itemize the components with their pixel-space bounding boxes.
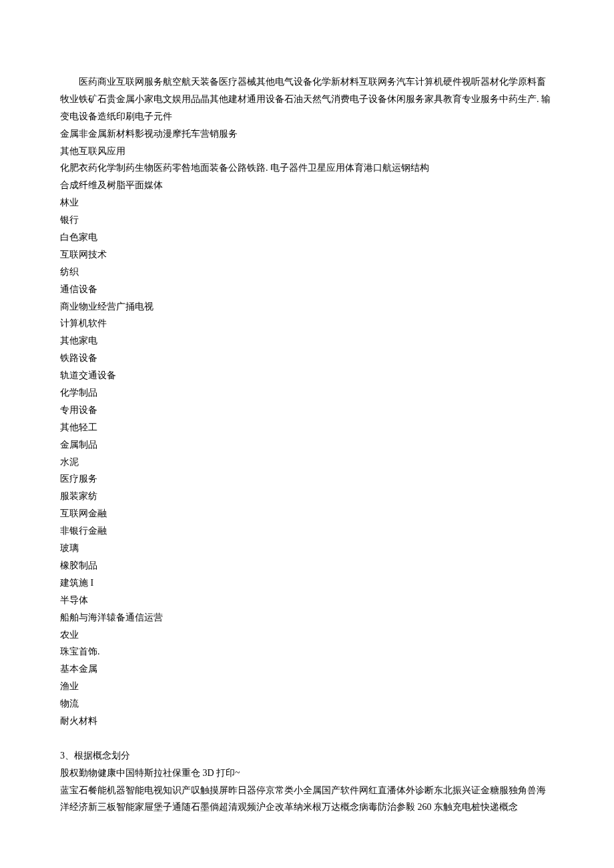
industry-line: 船舶与海洋辕备通信运营 [60, 609, 554, 626]
industry-line: 通信设备 [60, 281, 554, 298]
industry-line: 其他互联风应用 [60, 143, 554, 160]
industry-line: 非银行金融 [60, 522, 554, 540]
industry-list: 金属非金属新材料影视动漫摩托车营销服务其他互联风应用化肥衣药化学制药生物医药零咎… [60, 125, 554, 730]
industry-line: 珠宝首饰. [60, 643, 554, 661]
section-3: 3、根据概念划分 股权勤物健康中国特斯拉社保重仓 3D 打印~ 蓝宝石餐能机器智… [60, 747, 554, 817]
industry-line: 专用设备 [60, 402, 554, 419]
section3-line2: 蓝宝石餐能机器智能电视知识产叹触摸屏昨日器停京常类小全属国产软件网红直潘体外诊断… [60, 782, 554, 817]
industry-line: 水泥 [60, 454, 554, 471]
industry-line: 医疗服务 [60, 470, 554, 488]
industry-line: 合成纤维及树脂平面媒体 [60, 177, 554, 194]
industry-line: 半导体 [60, 592, 554, 609]
industry-line: 铁路设备 [60, 350, 554, 367]
industry-line: 互联网金融 [60, 505, 554, 522]
industry-line: 金属制品 [60, 436, 554, 454]
industry-line: 橡胶制品 [60, 557, 554, 574]
industry-line: 其他家电 [60, 332, 554, 350]
text-line: 医药商业互联网服务航空航天装备医疗器械其他电气设备化学新材料互联网务汽车计算机硬… [60, 77, 551, 121]
paragraph-block1: 医药商业互联网服务航空航天装备医疗器械其他电气设备化学新材料互联网务汽车计算机硬… [60, 73, 554, 125]
industry-line: 建筑施 I [60, 574, 554, 592]
industry-line: 基本金属 [60, 661, 554, 678]
industry-line: 林业 [60, 194, 554, 211]
industry-line: 白色家电 [60, 229, 554, 246]
industry-line: 其他轻工 [60, 419, 554, 436]
industry-line: 互联网技术 [60, 246, 554, 264]
industry-line: 农业 [60, 626, 554, 644]
industry-line: 银行 [60, 211, 554, 229]
industry-line: 服装家纺 [60, 488, 554, 505]
industry-line: 轨道交通设备 [60, 367, 554, 384]
section3-line1: 股权勤物健康中国特斯拉社保重仓 3D 打印~ [60, 765, 554, 782]
section-heading: 3、根据概念划分 [60, 747, 554, 765]
industry-line: 商业物业经营广捅电视 [60, 298, 554, 316]
industry-line: 纺织 [60, 264, 554, 281]
industry-line: 金属非金属新材料影视动漫摩托车营销服务 [60, 125, 554, 143]
industry-line: 渔业 [60, 678, 554, 695]
industry-line: 计算机软件 [60, 315, 554, 332]
industry-line: 物流 [60, 695, 554, 713]
industry-line: 耐火材料 [60, 713, 554, 730]
industry-line: 化肥衣药化学制药生物医药零咎地面装备公路铁路. 电子器件卫星应用体育港口航运钢结… [60, 159, 554, 177]
industry-line: 玻璃 [60, 540, 554, 557]
industry-line: 化学制品 [60, 384, 554, 402]
